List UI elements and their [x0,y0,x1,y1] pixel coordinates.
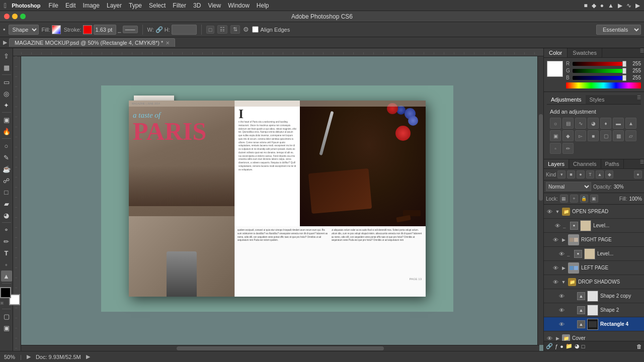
layer-eye-right-page[interactable]: 👁 [552,236,559,243]
layer-level-1[interactable]: 👁 ⎯ ● Level... [544,219,644,233]
dodge-tool[interactable]: ⚬ [1,224,12,235]
fill-value[interactable]: 100% [629,196,642,202]
layer-expand-right-page[interactable]: ▶ [561,236,566,243]
photofilter-adj-icon[interactable]: ◆ [562,130,574,141]
r-slider-track[interactable] [573,62,626,66]
g-slider-track[interactable] [573,69,626,73]
tool-dropdown[interactable]: Shape [9,25,39,35]
layer-expand-open-spread[interactable]: ▼ [555,208,560,215]
new-layer-icon[interactable]: □ [582,343,585,349]
layer-eye-drop-shadows[interactable]: 👁 [552,279,559,286]
b-slider-thumb[interactable] [622,75,626,81]
healing-tool[interactable]: ○ [1,140,12,151]
maximize-button[interactable] [20,14,26,19]
filter-shape-icon[interactable]: ▲ [596,170,604,178]
align-icon[interactable]: ☷ [217,25,227,34]
layer-level-2[interactable]: 👁 ⎯ ● Level... [544,247,644,261]
move-tool[interactable]: ⇧ [1,50,12,61]
transform-icon[interactable]: □ [206,26,215,34]
threshold-adj-icon[interactable]: ▱ [625,130,636,141]
layer-shape2-copy[interactable]: 👁 ▲ Shape 2 copy [544,289,644,303]
layer-rectangle4[interactable]: 👁 ▲ Rectangle 4 [544,317,644,331]
close-button[interactable] [4,14,10,19]
menu-image[interactable]: Image [83,2,100,9]
screen-mode-tool[interactable]: ▣ [1,322,12,333]
menu-window[interactable]: Window [228,2,250,9]
curves-adj-icon[interactable]: ∿ [575,118,586,129]
menu-view[interactable]: View [208,2,221,9]
filter-smart-icon[interactable]: ◆ [605,170,613,178]
filter-type-icon[interactable]: T [586,170,594,178]
lock-pixels-icon[interactable]: ▦ [560,195,568,203]
r-value[interactable]: 255 [628,61,641,66]
stroke-value[interactable]: 1.63 pt [94,25,116,35]
vertical-scrollbar[interactable] [537,56,543,345]
swatches-tab[interactable]: Swatches [568,48,602,57]
marquee-tool[interactable]: ▭ [1,76,12,87]
blend-mode-dropdown[interactable]: Normal [546,182,591,191]
eraser-tool[interactable]: □ [1,187,12,198]
status-more-icon[interactable]: ▶ [86,353,90,360]
delete-layer-icon[interactable]: 🗑 [636,343,642,349]
horizontal-scrollbar[interactable] [21,345,539,351]
layer-expand-cover[interactable]: ▶ [555,335,560,341]
new-group-icon[interactable]: 📁 [566,343,573,349]
g-value[interactable]: 255 [628,68,641,73]
b-value[interactable]: 255 [628,75,641,80]
minimize-button[interactable] [12,14,18,19]
layer-eye-shape2[interactable]: 👁 [558,307,565,314]
colorlookup-adj-icon[interactable]: ■ [588,130,599,141]
g-slider-thumb[interactable] [622,68,626,74]
v-scrollbar-thumb[interactable] [539,114,543,201]
channelmix-adj-icon[interactable]: ▻ [575,130,586,141]
layer-styles-icon[interactable]: ƒ [555,343,558,349]
wand-tool[interactable]: ✦ [1,100,12,111]
color-preview-swatch[interactable] [547,61,563,77]
layer-cover[interactable]: 👁 ▶ 📁 Cover [544,331,644,341]
h-value[interactable] [172,25,197,35]
layer-expand-drop-shadows[interactable]: ▼ [561,279,566,286]
menu-layer[interactable]: Layer [107,2,122,9]
levels-adj-icon[interactable]: ▤ [562,118,574,129]
layer-eye-level-1[interactable]: 👁 [554,222,561,229]
layer-eye-rectangle4[interactable]: 👁 [558,321,565,328]
lock-artboards-icon[interactable]: ▣ [590,195,598,203]
color-panel-menu[interactable]: ☰ [640,48,644,57]
opacity-value[interactable]: 30% [614,184,624,190]
exposure-adj-icon[interactable]: ◕ [588,118,599,129]
doc-tab-arrow[interactable]: ▶ [3,39,7,46]
layer-eye-left-page[interactable]: 👁 [552,264,559,272]
pen-tool[interactable]: ✏ [1,236,12,247]
layer-expand-left-page[interactable]: ▶ [561,264,566,272]
layer-eye-cover[interactable]: 👁 [546,335,553,341]
menu-file[interactable]: File [49,2,58,9]
h-scrollbar-thumb[interactable] [177,346,384,350]
posterize-adj-icon[interactable]: ▩ [613,130,624,141]
menu-help[interactable]: Help [257,2,269,9]
layer-eye-level-2[interactable]: 👁 [558,250,565,257]
b-slider-track[interactable] [573,76,626,80]
extra-icon[interactable]: ⇅ [230,25,240,34]
color-reset-icon[interactable]: ▣ [0,301,4,305]
workspace-dropdown[interactable]: Essentials [596,25,641,35]
app-name[interactable]: Photoshop [12,3,40,9]
invert-adj-icon[interactable]: ▢ [600,130,611,141]
eyedropper-tool[interactable]: 🔥 [1,126,12,137]
canvas-area[interactable]: K MAGAZINE STE MAGAZINE | JUNE 2014 [13,48,543,351]
document-tab[interactable]: MAGAZINE MOCKUP.psd @ 50% (Rectangle 4, … [9,38,175,47]
r-slider-thumb[interactable] [622,61,626,67]
document-canvas[interactable]: K MAGAZINE STE MAGAZINE | JUNE 2014 [101,85,453,312]
history-tool[interactable]: ☍ [1,175,12,186]
selectcolor-adj-icon[interactable]: ✏ [562,143,574,154]
menu-edit[interactable]: Edit [65,2,76,9]
layer-right-page[interactable]: 👁 ▶ RIGHT PAGE [544,233,644,247]
layer-eye-open-spread[interactable]: 👁 [546,208,553,215]
adjustments-tab[interactable]: Adjustments [547,95,586,104]
text-tool[interactable]: T [1,247,12,258]
filter-adj-icon[interactable]: ● [577,170,585,178]
menu-type[interactable]: Type [129,2,142,9]
settings-icon[interactable]: ⚙ [243,26,249,33]
adj-panel-menu[interactable]: ☰ [637,95,641,104]
lasso-tool[interactable]: ◎ [1,88,12,99]
brush-tool[interactable]: ✎ [1,152,12,163]
